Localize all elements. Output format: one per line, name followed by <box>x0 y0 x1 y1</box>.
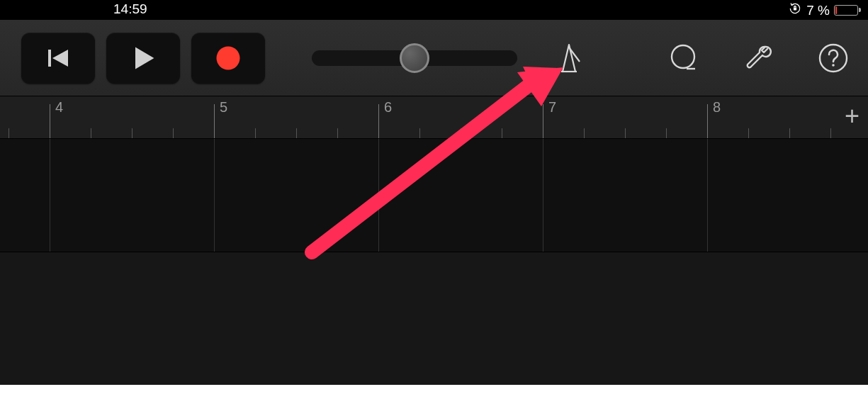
ruler-tick-major <box>50 104 50 138</box>
ruler-tick-minor <box>255 128 256 138</box>
battery-percent: 7 % <box>806 3 830 18</box>
ruler-label: 5 <box>220 99 227 116</box>
ruler-tick-minor <box>666 128 667 138</box>
ruler-label: 7 <box>548 99 556 116</box>
position-slider[interactable] <box>312 48 517 68</box>
loop-icon <box>667 42 699 74</box>
ruler-tick-minor <box>132 128 133 138</box>
lower-panel <box>0 252 868 385</box>
ruler-tick-major <box>378 104 379 138</box>
loop-button[interactable] <box>665 40 701 76</box>
bar-line <box>214 139 215 252</box>
status-right: 7 % <box>788 1 858 19</box>
help-icon <box>817 42 850 74</box>
add-track-button[interactable]: + <box>845 103 859 129</box>
ruler-tick-minor <box>173 128 174 138</box>
ruler-label: 4 <box>55 99 63 116</box>
ruler-tick-minor <box>337 128 338 138</box>
status-time: 14:59 <box>113 1 147 17</box>
metronome-button[interactable] <box>549 38 589 78</box>
svg-rect-0 <box>794 8 796 11</box>
ruler-label: 8 <box>713 99 721 116</box>
slider-track <box>312 50 517 66</box>
bar-line <box>378 139 379 252</box>
svg-point-6 <box>672 45 694 68</box>
svg-marker-3 <box>135 47 154 69</box>
toolbar <box>0 20 868 96</box>
timeline-ruler[interactable]: 45678 + <box>0 96 868 139</box>
record-icon <box>217 46 240 69</box>
ruler-tick-minor <box>789 128 790 138</box>
ruler-tick-minor <box>830 128 831 138</box>
ruler-tick-minor <box>502 128 502 138</box>
right-tools <box>665 20 851 96</box>
bar-line <box>543 139 543 252</box>
ruler-tick-minor <box>91 128 91 138</box>
help-button[interactable] <box>816 40 851 76</box>
ruler-tick-minor <box>9 128 9 138</box>
settings-button[interactable] <box>740 40 776 76</box>
rewind-button[interactable] <box>21 33 95 84</box>
svg-point-9 <box>832 64 835 67</box>
ruler-label: 6 <box>384 99 392 116</box>
slider-thumb[interactable] <box>400 43 429 73</box>
battery-icon <box>834 5 858 16</box>
ruler-tick-major <box>707 104 708 138</box>
svg-point-8 <box>820 45 847 72</box>
svg-marker-2 <box>52 50 68 67</box>
ruler-tick-minor <box>748 128 749 138</box>
ruler-tick-minor <box>461 128 461 138</box>
wrench-icon <box>742 42 774 74</box>
metronome-icon <box>551 40 587 76</box>
play-button[interactable] <box>106 33 180 84</box>
ruler-tick-minor <box>419 128 420 138</box>
app-window: 14:59 7 % <box>0 0 868 385</box>
svg-rect-1 <box>48 50 51 67</box>
bar-line <box>707 139 708 252</box>
status-bar: 14:59 7 % <box>0 0 868 20</box>
ruler-tick-minor <box>625 128 626 138</box>
bar-line <box>50 139 50 252</box>
transport-controls <box>21 33 265 84</box>
tracks-area[interactable] <box>0 139 868 252</box>
record-button[interactable] <box>191 33 265 84</box>
orientation-lock-icon <box>788 1 802 19</box>
battery-fill <box>835 6 837 14</box>
ruler-tick-major <box>543 104 543 138</box>
ruler-tick-minor <box>296 128 297 138</box>
ruler-tick-minor <box>584 128 585 138</box>
ruler-tick-major <box>214 104 215 138</box>
